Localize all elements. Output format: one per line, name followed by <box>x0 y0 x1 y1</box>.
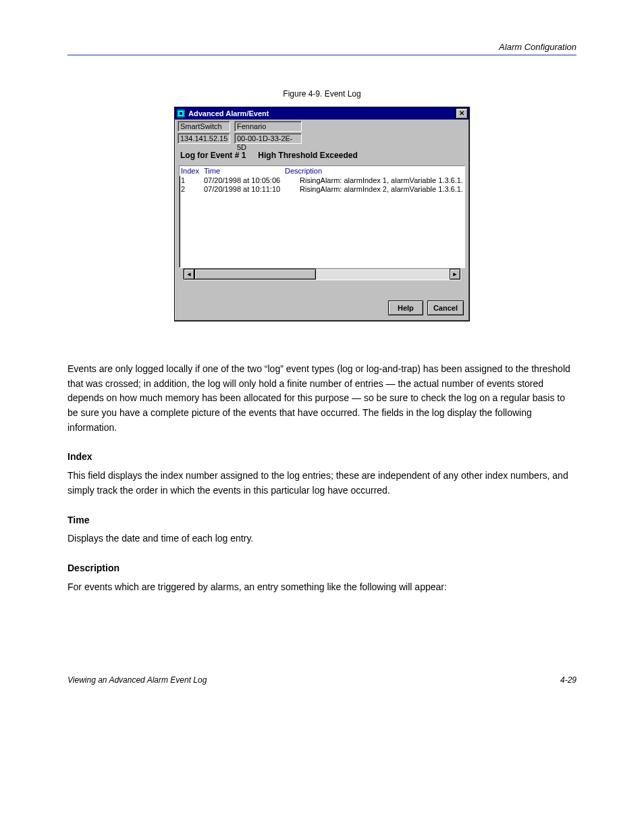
heading-time: Time <box>68 513 576 528</box>
dialog-button-row: Help Cancel <box>175 283 469 321</box>
list-header: Index Time Description <box>180 166 464 176</box>
event-log-list[interactable]: Index Time Description 1 07/20/1998 at 1… <box>179 165 465 268</box>
titlebar: Advanced Alarm/Event ✕ <box>175 107 469 120</box>
mac-field: 00-00-1D-33-2E-5D <box>234 133 302 144</box>
log-title-prefix: Log for Event # 1 <box>180 151 246 160</box>
running-head: Alarm Configuration <box>68 42 576 52</box>
horizontal-scrollbar[interactable]: ◄ ► <box>183 268 461 280</box>
col-index: Index <box>181 167 204 175</box>
cell-time: 07/20/1998 at 10:11:10 <box>204 185 300 194</box>
footer-right: 4-29 <box>560 675 576 685</box>
col-time: Time <box>204 167 285 175</box>
cancel-button[interactable]: Cancel <box>427 301 464 315</box>
col-description: Description <box>285 167 463 175</box>
list-item[interactable]: 2 07/20/1998 at 10:11:10 RisingAlarm: al… <box>181 185 463 194</box>
cell-description: RisingAlarm: alarmIndex 2, alarmVariable… <box>300 185 463 194</box>
figure-caption: Figure 4-9. Event Log <box>68 89 576 99</box>
scroll-track[interactable] <box>194 269 450 280</box>
close-icon: ✕ <box>459 110 464 117</box>
device-name-field: Fennario <box>234 121 302 132</box>
close-button[interactable]: ✕ <box>456 108 468 119</box>
arrow-right-icon: ► <box>452 271 458 278</box>
intro-paragraph: Events are only logged locally if one of… <box>68 362 576 435</box>
cell-index: 2 <box>181 185 204 194</box>
body-copy: Events are only logged locally if one of… <box>68 362 576 594</box>
heading-description: Description <box>68 561 576 576</box>
cell-time: 07/20/1998 at 10:05:06 <box>204 176 300 185</box>
event-log-dialog: Advanced Alarm/Event ✕ SmartSwitch Fenna… <box>174 107 470 321</box>
ip-field: 134.141.52.15 <box>178 133 230 144</box>
app-icon <box>176 109 186 118</box>
scroll-thumb[interactable] <box>194 269 316 280</box>
scroll-left-button[interactable]: ◄ <box>184 269 194 280</box>
list-item[interactable]: 1 07/20/1998 at 10:05:06 RisingAlarm: al… <box>181 176 463 185</box>
footer-left: Viewing an Advanced Alarm Event Log <box>68 675 207 685</box>
page-footer: Viewing an Advanced Alarm Event Log 4-29 <box>68 675 576 685</box>
device-type-field: SmartSwitch <box>178 121 230 132</box>
paragraph-description: For events which are triggered by alarms… <box>68 580 576 595</box>
list-rows: 1 07/20/1998 at 10:05:06 RisingAlarm: al… <box>180 176 464 194</box>
log-title-desc: High Threshold Exceeded <box>258 151 357 160</box>
arrow-left-icon: ◄ <box>186 271 192 278</box>
paragraph-time: Displays the date and time of each log e… <box>68 531 576 546</box>
paragraph-index: This field displays the index number ass… <box>68 469 576 498</box>
heading-index: Index <box>68 450 576 465</box>
cell-description: RisingAlarm: alarmIndex 1, alarmVariable… <box>300 176 463 185</box>
scroll-right-button[interactable]: ► <box>450 269 460 280</box>
window-title: Advanced Alarm/Event <box>188 109 456 118</box>
log-title: Log for Event # 1High Threshold Exceeded <box>175 144 469 165</box>
help-button[interactable]: Help <box>388 301 423 315</box>
header-rule <box>68 55 576 55</box>
svg-rect-2 <box>180 112 182 115</box>
cell-index: 1 <box>181 176 204 185</box>
